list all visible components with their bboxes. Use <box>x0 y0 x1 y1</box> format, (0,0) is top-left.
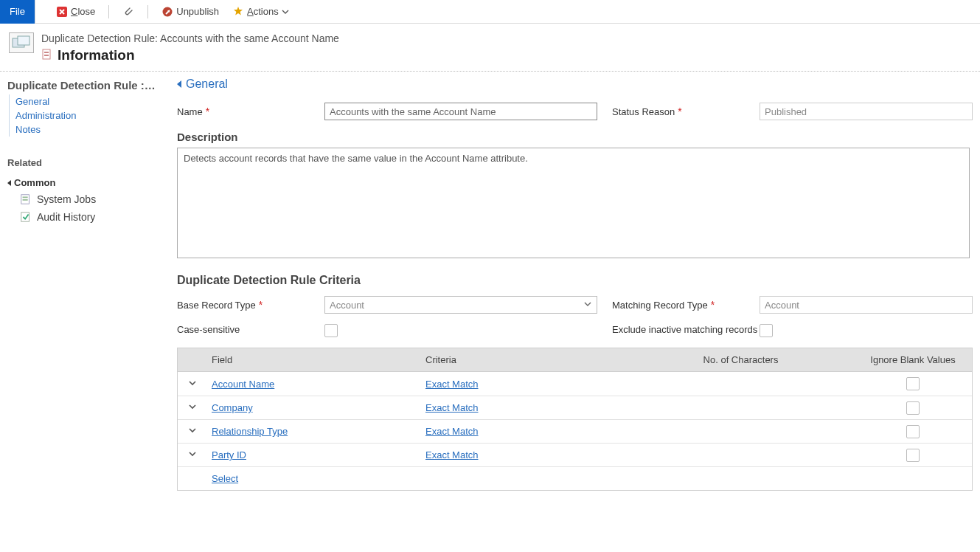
base-type-select[interactable]: Account <box>324 296 597 314</box>
ignore-blank-checkbox[interactable] <box>906 377 920 390</box>
description-label: Description <box>177 131 973 143</box>
actions-icon <box>232 6 244 18</box>
paperclip-icon <box>122 6 134 18</box>
exclude-inactive-checkbox[interactable] <box>760 324 773 337</box>
svg-rect-9 <box>23 199 28 201</box>
grid-criteria-link[interactable]: Exact Match <box>425 402 479 413</box>
separator <box>108 5 109 18</box>
close-button[interactable]: Close <box>53 0 98 24</box>
grid-header-criteria: Criteria <box>421 348 628 371</box>
grid-select-link[interactable]: Select <box>212 473 238 484</box>
audit-history-icon <box>19 210 32 224</box>
attach-button[interactable] <box>119 0 137 24</box>
page-header: Duplicate Detection Rule: Accounts with … <box>0 24 980 72</box>
svg-rect-3 <box>18 36 29 45</box>
form-icon <box>41 49 53 63</box>
name-field[interactable] <box>324 103 597 120</box>
criteria-grid: Field Criteria No. of Characters Ignore … <box>177 348 973 491</box>
status-reason-field[interactable] <box>760 103 973 120</box>
grid-criteria-link[interactable]: Exact Match <box>425 449 479 460</box>
grid-field-link[interactable]: Party ID <box>212 449 246 460</box>
main-content: General Name* Status Reason* Description… <box>177 72 980 506</box>
chevron-down-icon <box>282 6 289 18</box>
chevron-down-icon[interactable] <box>188 379 197 390</box>
unpublish-label: Unpublish <box>176 6 219 17</box>
section-general-toggle[interactable]: General <box>177 77 973 91</box>
close-icon <box>56 6 68 18</box>
sidebar-item-administration[interactable]: Administration <box>15 108 170 123</box>
sidebar-item-audit-history[interactable]: Audit History <box>19 210 170 224</box>
sidebar: Duplicate Detection Rule :… General Admi… <box>0 72 177 231</box>
svg-rect-10 <box>21 213 29 221</box>
grid-criteria-link[interactable]: Exact Match <box>425 379 479 390</box>
entity-icon <box>9 32 34 53</box>
description-field[interactable]: Detects account records that have the sa… <box>177 148 970 258</box>
sidebar-title: Duplicate Detection Rule :… <box>7 79 170 92</box>
file-button[interactable]: File <box>0 0 35 24</box>
chevron-down-icon <box>583 300 592 311</box>
table-row: Party ID Exact Match <box>178 443 972 466</box>
grid-criteria-link[interactable]: Exact Match <box>425 426 479 437</box>
grid-field-link[interactable]: Account Name <box>212 379 274 390</box>
chevron-down-icon[interactable] <box>188 426 197 437</box>
unpublish-button[interactable]: Unpublish <box>159 0 222 24</box>
svg-rect-6 <box>44 55 49 56</box>
match-type-label: Matching Record Type* <box>612 299 760 311</box>
top-toolbar: File Close Unpublish Actions <box>0 0 980 24</box>
ignore-blank-checkbox[interactable] <box>906 401 920 415</box>
actions-menu[interactable]: Actions <box>229 0 292 24</box>
sidebar-item-general[interactable]: General <box>15 94 170 108</box>
grid-header-field: Field <box>207 348 421 371</box>
table-row: Company Exact Match <box>178 396 972 419</box>
system-jobs-icon <box>19 193 32 206</box>
ignore-blank-checkbox[interactable] <box>906 449 920 462</box>
page-title: Information <box>58 47 135 63</box>
svg-rect-5 <box>44 52 49 53</box>
case-sensitive-checkbox[interactable] <box>324 324 338 337</box>
sidebar-related-label: Related <box>7 157 170 168</box>
chevron-down-icon[interactable] <box>188 402 197 413</box>
sidebar-item-notes[interactable]: Notes <box>15 123 170 137</box>
grid-field-link[interactable]: Company <box>212 402 253 413</box>
svg-rect-4 <box>43 49 50 59</box>
base-type-label: Base Record Type* <box>177 299 324 311</box>
grid-header-chars: No. of Characters <box>628 348 854 371</box>
separator <box>147 5 148 18</box>
name-label: Name* <box>177 106 324 117</box>
sidebar-common-toggle[interactable]: Common <box>7 177 170 188</box>
status-reason-label: Status Reason* <box>612 106 760 117</box>
match-type-field[interactable] <box>760 296 973 314</box>
header-subtitle: Duplicate Detection Rule: Accounts with … <box>41 32 339 44</box>
unpublish-icon <box>161 6 173 18</box>
collapse-icon <box>177 80 181 88</box>
collapse-icon <box>7 180 11 186</box>
sidebar-item-system-jobs[interactable]: System Jobs <box>19 193 170 206</box>
exclude-inactive-label: Exclude inactive matching records <box>612 324 760 335</box>
table-row: Relationship Type Exact Match <box>178 419 972 443</box>
table-row: Account Name Exact Match <box>178 372 972 396</box>
svg-rect-8 <box>23 196 28 198</box>
grid-field-link[interactable]: Relationship Type <box>212 426 288 437</box>
ignore-blank-checkbox[interactable] <box>906 425 920 438</box>
criteria-heading: Duplicate Detection Rule Criteria <box>177 274 973 287</box>
table-row-select: Select <box>178 466 972 490</box>
case-sensitive-label: Case-sensitive <box>177 324 324 335</box>
chevron-down-icon[interactable] <box>188 449 197 460</box>
grid-header-ignore: Ignore Blank Values <box>854 348 972 371</box>
